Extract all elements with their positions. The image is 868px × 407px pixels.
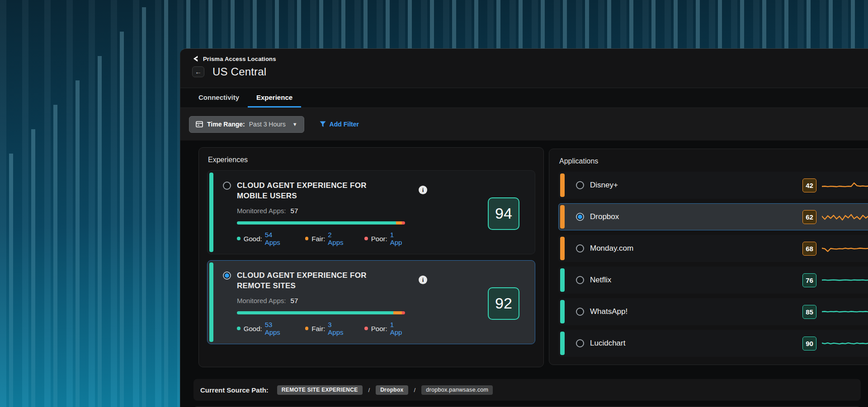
radio-button[interactable] <box>576 308 584 316</box>
monitored-apps-label: Monitored Apps: <box>237 207 286 215</box>
row-accent-bar <box>560 268 565 292</box>
radio-button[interactable] <box>576 213 584 221</box>
bar-segment-good <box>237 311 393 314</box>
app-row-lucidchart[interactable]: Lucidchart 90 <box>558 330 868 357</box>
bar-segment-poor <box>402 221 405 225</box>
row-accent-bar <box>560 300 565 323</box>
radio-button[interactable] <box>576 276 584 284</box>
experiences-panel: Experiences CLOUD AGENT EXPERIENCE FOR M… <box>198 147 544 367</box>
prisma-logo-icon <box>192 55 199 62</box>
fair-dot-icon <box>305 327 309 330</box>
experience-card-title: CLOUD AGENT EXPERIENCE FOR REMOTE SITES <box>237 270 382 291</box>
bar-segment-poor <box>402 311 405 314</box>
add-filter-button[interactable]: Add Filter <box>320 121 359 128</box>
page-header: Prisma Access Locations ← US Central <box>180 49 868 88</box>
experience-score: 92 <box>488 287 519 320</box>
good-apps-link[interactable]: 53 Apps <box>265 321 289 336</box>
experience-card-remote-sites[interactable]: CLOUD AGENT EXPERIENCE FOR REMOTE SITES … <box>207 260 535 344</box>
breadcrumb: Prisma Access Locations <box>203 56 276 62</box>
current-source-path-bar: Current Source Path: REMOTE SITE EXPERIE… <box>193 379 861 401</box>
time-range-dropdown[interactable]: Time Range: Past 3 Hours ▼ <box>189 116 304 133</box>
app-name: Dropbox <box>590 212 619 221</box>
app-name: Lucidchart <box>590 339 625 348</box>
row-accent-bar <box>560 205 565 229</box>
app-name: Disney+ <box>590 181 618 190</box>
app-health-bar <box>237 311 405 314</box>
back-button[interactable]: ← <box>192 66 204 77</box>
app-window: Prisma Access Locations ← US Central Con… <box>180 48 868 407</box>
experience-card-mobile-users[interactable]: CLOUD AGENT EXPERIENCE FOR MOBILE USERS … <box>207 170 535 254</box>
app-name: Monday.com <box>590 244 633 253</box>
row-accent-bar <box>560 173 565 197</box>
bar-segment-fair <box>396 221 402 225</box>
source-path-chip: dropbox.panwsase.com <box>421 385 493 395</box>
good-label: Good: <box>244 235 262 243</box>
app-row-dropbox[interactable]: Dropbox 62 <box>558 203 868 230</box>
card-accent-bar <box>209 173 213 252</box>
good-dot-icon <box>237 237 241 240</box>
app-score-badge: 62 <box>802 210 816 224</box>
app-sparkline-chart <box>822 177 868 193</box>
bar-segment-good <box>237 221 396 225</box>
experience-score: 94 <box>488 197 519 230</box>
fair-apps-link[interactable]: 2 Apps <box>328 231 348 246</box>
good-label: Good: <box>244 325 262 332</box>
filter-funnel-icon <box>320 121 326 127</box>
row-accent-bar <box>560 237 565 260</box>
radio-button[interactable] <box>576 244 584 253</box>
radio-button[interactable] <box>223 182 231 190</box>
app-score-badge: 76 <box>802 273 816 287</box>
app-sparkline-chart <box>822 335 868 351</box>
page-title: US Central <box>212 65 266 78</box>
radio-button[interactable] <box>576 181 584 189</box>
add-filter-label: Add Filter <box>330 121 359 128</box>
poor-apps-link[interactable]: 1 App <box>390 231 407 246</box>
app-sparkline-chart <box>822 304 868 320</box>
poor-dot-icon <box>364 237 368 240</box>
poor-apps-link[interactable]: 1 App <box>390 321 407 336</box>
info-icon[interactable]: i <box>419 186 427 194</box>
calendar-icon <box>196 121 203 127</box>
app-row-whatsapp[interactable]: WhatsApp! 85 <box>558 298 868 325</box>
poor-label: Poor: <box>371 325 387 332</box>
good-dot-icon <box>237 327 241 330</box>
fair-label: Fair: <box>311 325 325 332</box>
tab-experience[interactable]: Experience <box>248 88 301 108</box>
monitored-apps-value: 57 <box>291 207 298 215</box>
app-score-badge: 85 <box>802 305 816 319</box>
chevron-down-icon: ▼ <box>292 122 297 127</box>
app-sparkline-chart <box>822 240 868 257</box>
source-path-chip: REMOTE SITE EXPERIENCE <box>277 385 363 395</box>
applications-panel-title: Applications <box>559 157 868 165</box>
bar-segment-fair <box>393 311 402 314</box>
app-sparkline-chart <box>822 209 868 225</box>
monitored-apps-value: 57 <box>291 297 298 304</box>
fair-apps-link[interactable]: 3 Apps <box>328 321 348 336</box>
path-separator: / <box>414 387 416 393</box>
card-accent-bar <box>209 262 213 342</box>
applications-panel: Applications Disney+ 42 Dropbox 62 <box>549 149 868 365</box>
app-row-disney[interactable]: Disney+ 42 <box>558 172 868 199</box>
fair-dot-icon <box>305 237 309 240</box>
row-accent-bar <box>560 332 565 355</box>
tab-connectivity[interactable]: Connectivity <box>190 88 248 108</box>
source-path-label: Current Source Path: <box>200 386 269 394</box>
tab-bar: Connectivity Experience <box>180 88 868 108</box>
app-score-badge: 42 <box>802 178 816 192</box>
time-range-label: Time Range: <box>207 121 245 128</box>
source-path-chip: Dropbox <box>376 385 408 395</box>
radio-button[interactable] <box>576 339 584 347</box>
experiences-panel-title: Experiences <box>208 156 535 164</box>
fair-label: Fair: <box>311 235 325 243</box>
info-icon[interactable]: i <box>419 276 427 284</box>
path-separator: / <box>368 387 370 393</box>
radio-button[interactable] <box>223 271 231 280</box>
app-health-bar <box>237 221 405 225</box>
app-row-netflix[interactable]: Netflix 76 <box>558 267 868 294</box>
good-apps-link[interactable]: 54 Apps <box>265 231 289 246</box>
app-row-monday[interactable]: Monday.com 68 <box>558 235 868 262</box>
app-name: Netflix <box>590 276 611 285</box>
app-name: WhatsApp! <box>590 307 627 316</box>
experience-card-title: CLOUD AGENT EXPERIENCE FOR MOBILE USERS <box>237 180 382 201</box>
poor-dot-icon <box>364 327 368 330</box>
